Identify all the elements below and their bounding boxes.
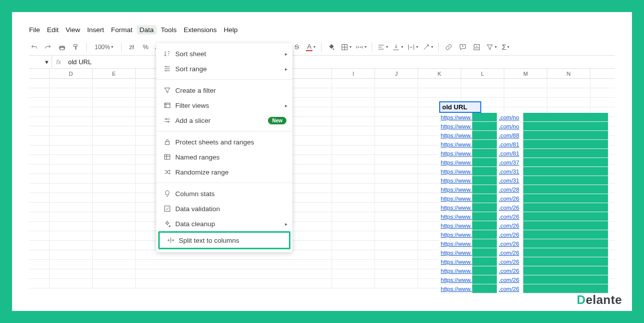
cell[interactable]	[50, 184, 93, 193]
borders-button[interactable]	[341, 41, 352, 53]
cell[interactable]	[332, 145, 375, 154]
cell[interactable]	[50, 88, 93, 97]
cell[interactable]	[547, 88, 590, 97]
menu-split-text-to-columns[interactable]: Split text to columns	[160, 233, 289, 248]
cell[interactable]	[50, 250, 93, 259]
text-wrap-button[interactable]	[407, 41, 418, 53]
col-header-n[interactable]: N	[547, 69, 590, 78]
cell[interactable]	[332, 107, 375, 116]
menu-sort-range[interactable]: Sort range	[156, 61, 292, 76]
cell[interactable]	[29, 260, 50, 269]
cell[interactable]	[50, 126, 93, 135]
menu-data-cleanup[interactable]: Data cleanup	[156, 216, 292, 231]
cell[interactable]	[375, 279, 418, 288]
cell[interactable]	[332, 231, 375, 240]
cell[interactable]	[93, 184, 136, 193]
cell[interactable]	[332, 193, 375, 202]
url-row[interactable]: https://www.p.com/no	[439, 122, 608, 131]
undo-button[interactable]	[29, 41, 39, 53]
cell[interactable]	[50, 79, 93, 88]
cell[interactable]	[29, 107, 50, 116]
cell[interactable]	[50, 155, 93, 164]
cell[interactable]	[332, 222, 375, 231]
col-header-k[interactable]: K	[418, 69, 461, 78]
cell[interactable]	[93, 98, 136, 107]
cell[interactable]	[375, 269, 418, 278]
formula-input[interactable]: old URL	[65, 58, 92, 66]
url-row[interactable]: https://www.p.com/81	[439, 140, 608, 149]
cell[interactable]	[93, 79, 136, 88]
cell[interactable]	[375, 250, 418, 259]
cell[interactable]	[93, 155, 136, 164]
cell[interactable]	[375, 117, 418, 126]
menu-help[interactable]: Help	[224, 26, 238, 34]
cell[interactable]	[332, 117, 375, 126]
cell[interactable]	[50, 107, 93, 116]
cell[interactable]	[375, 212, 418, 221]
cell[interactable]	[375, 184, 418, 193]
url-row[interactable]: https://www.p.com/81	[439, 149, 608, 158]
cell[interactable]	[418, 79, 461, 88]
cell[interactable]	[332, 98, 375, 107]
cell[interactable]	[93, 107, 136, 116]
cell[interactable]	[50, 279, 93, 288]
name-box[interactable]: ▾	[29, 56, 52, 68]
cell[interactable]	[50, 222, 93, 231]
cell[interactable]	[375, 126, 418, 135]
cell[interactable]	[93, 193, 136, 202]
cell[interactable]	[461, 79, 504, 88]
col-header-e[interactable]: E	[93, 69, 136, 78]
menu-add-slicer[interactable]: Add a slicer New	[156, 113, 292, 128]
cell[interactable]	[136, 269, 332, 278]
menu-sort-sheet[interactable]: Sort sheet	[156, 46, 292, 61]
cell[interactable]	[375, 203, 418, 212]
cell[interactable]	[29, 165, 50, 174]
cell[interactable]	[375, 107, 418, 116]
percent-format-button[interactable]: %	[141, 41, 151, 53]
cell[interactable]	[332, 212, 375, 221]
url-row[interactable]: https://www.p.com/no	[439, 113, 608, 122]
filter-button[interactable]	[486, 41, 497, 53]
cell[interactable]	[29, 279, 50, 288]
url-row[interactable]: https://www.p.com/31	[439, 167, 608, 176]
cell[interactable]	[50, 193, 93, 202]
cell[interactable]	[375, 174, 418, 183]
cell[interactable]	[50, 117, 93, 126]
menu-data[interactable]: Data	[137, 25, 157, 35]
menu-column-stats[interactable]: Column stats	[156, 186, 292, 201]
cell[interactable]	[50, 203, 93, 212]
menu-tools[interactable]: Tools	[161, 26, 177, 34]
cell[interactable]	[332, 269, 375, 278]
cell[interactable]	[332, 203, 375, 212]
menu-named-ranges[interactable]: Named ranges	[156, 149, 292, 165]
cell[interactable]	[332, 260, 375, 269]
functions-button[interactable]: Σ	[501, 41, 511, 53]
cell[interactable]	[332, 279, 375, 288]
url-row[interactable]: https://www.p.com/26	[439, 239, 608, 248]
menu-filter-views[interactable]: Filter views	[156, 98, 292, 113]
menu-randomize-range[interactable]: Randomize range	[156, 165, 292, 180]
menu-protect-sheets[interactable]: Protect sheets and ranges	[156, 134, 292, 149]
cell[interactable]	[50, 145, 93, 154]
menu-view[interactable]: View	[66, 26, 80, 34]
cell[interactable]	[29, 212, 50, 221]
cell[interactable]	[332, 88, 375, 97]
url-row[interactable]: https://www.p.com/26	[439, 230, 608, 239]
cell[interactable]	[29, 269, 50, 278]
cell[interactable]	[93, 231, 136, 240]
cell[interactable]	[332, 184, 375, 193]
zoom-selector[interactable]: 100%	[92, 41, 116, 53]
paint-format-button[interactable]	[71, 41, 81, 53]
url-row[interactable]: https://www.p.com/31	[439, 176, 608, 185]
cell[interactable]	[50, 136, 93, 145]
menu-data-validation[interactable]: Data validation	[156, 201, 292, 216]
url-row[interactable]: https://www.p.com/26	[439, 248, 608, 257]
cell[interactable]	[375, 260, 418, 269]
cell[interactable]	[29, 222, 50, 231]
col-header-l[interactable]: L	[461, 69, 504, 78]
cell[interactable]	[332, 126, 375, 135]
insert-chart-button[interactable]	[472, 41, 482, 53]
cell[interactable]	[29, 174, 50, 183]
cell[interactable]	[29, 145, 50, 154]
cell[interactable]	[50, 260, 93, 269]
